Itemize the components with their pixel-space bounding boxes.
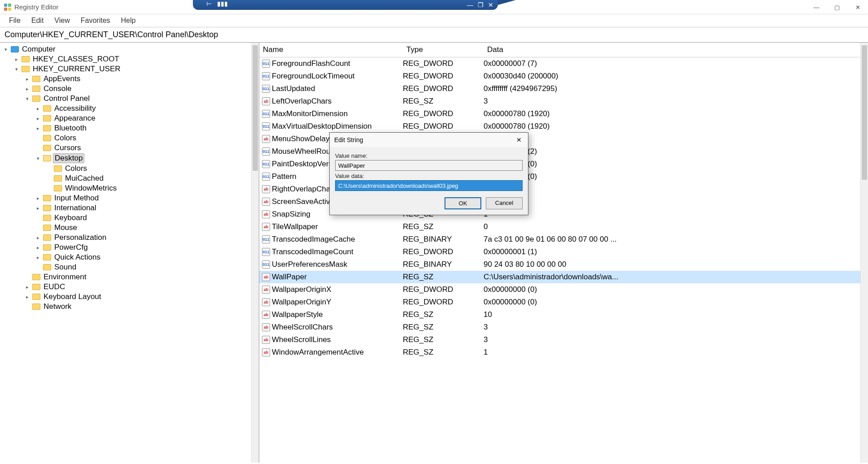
tree-toggle-icon[interactable]: ▾	[35, 156, 41, 161]
tree-item-label[interactable]: MuiCached	[64, 174, 105, 183]
tree-item[interactable]: ▾Desktop	[1, 153, 258, 164]
tree-toggle-icon[interactable]: ▸	[24, 294, 31, 300]
tree-item-label[interactable]: Appearance	[53, 114, 97, 123]
tree-item[interactable]: Keyboard	[1, 213, 258, 223]
list-row[interactable]: 011MaxVirtualDesktopDimensionREG_DWORD0x…	[259, 120, 868, 133]
tree-item-label[interactable]: Input Method	[53, 194, 100, 203]
tree-item[interactable]: Network	[1, 302, 258, 312]
tree-item-label[interactable]: Desktop	[53, 153, 84, 163]
column-header-data[interactable]: Data	[484, 44, 868, 55]
list-row[interactable]: 011ForegroundFlashCountREG_DWORD0x000000…	[259, 57, 868, 70]
tree-item-label[interactable]: Colors	[64, 164, 88, 173]
tree-toggle-icon[interactable]: ▸	[24, 284, 31, 290]
address-bar[interactable]: Computer\HKEY_CURRENT_USER\Control Panel…	[0, 27, 868, 43]
list-scrollbar[interactable]	[860, 43, 868, 463]
tree-item-label[interactable]: Colors	[53, 134, 78, 143]
tree-toggle-icon[interactable]: ▸	[35, 245, 41, 251]
tree-toggle-icon[interactable]: ▾	[3, 47, 9, 52]
tree-item-label[interactable]: Sound	[53, 263, 78, 272]
menu-view[interactable]: View	[49, 16, 75, 26]
tree-toggle-icon[interactable]: ▸	[35, 255, 41, 260]
tree-item[interactable]: ▸Bluetooth	[1, 123, 258, 133]
list-row[interactable]: abWallpaperOriginXREG_DWORD0x00000000 (0…	[259, 283, 868, 296]
tree-item-label[interactable]: Cursors	[53, 143, 83, 152]
list-row[interactable]: abWheelScrollLinesREG_SZ3	[259, 334, 868, 346]
list-row[interactable]: 011ForegroundLockTimeoutREG_DWORD0x00030…	[259, 70, 868, 82]
tree-item-label[interactable]: AppEvents	[42, 74, 82, 83]
tree-item[interactable]: ▸PowerCfg	[1, 243, 258, 252]
list-row[interactable]: 011LastUpdatedREG_DWORD0xffffffff (42949…	[259, 82, 868, 95]
tree-item[interactable]: WindowMetrics	[1, 183, 258, 193]
registry-values-pane[interactable]: Name Type Data 011ForegroundFlashCountRE…	[259, 43, 868, 463]
tree-item-label[interactable]: Control Panel	[42, 94, 91, 103]
tree-toggle-icon[interactable]: ▸	[13, 56, 20, 62]
tree-item-label[interactable]: Keyboard	[53, 213, 88, 222]
menu-favorites[interactable]: Favorites	[75, 16, 116, 26]
tree-item[interactable]: ▸Console	[1, 84, 258, 94]
tree-item[interactable]: Colors	[1, 164, 258, 173]
list-row[interactable]: abWheelScrollCharsREG_SZ3	[259, 321, 868, 334]
tree-item[interactable]: ▸Personalization	[1, 233, 258, 243]
tree-item[interactable]: ▸HKEY_CLASSES_ROOT	[1, 54, 258, 64]
ok-button[interactable]: OK	[445, 197, 481, 209]
tree-toggle-icon[interactable]: ▸	[24, 86, 31, 92]
tree-item-label[interactable]: Environment	[42, 273, 87, 282]
tree-item[interactable]: ▸International	[1, 203, 258, 213]
dialog-titlebar[interactable]: Edit String ✕	[330, 133, 528, 147]
tree-toggle-icon[interactable]: ▸	[35, 106, 41, 112]
tree-item[interactable]: ▾Control Panel	[1, 94, 258, 104]
tree-item[interactable]: Environment	[1, 272, 258, 282]
list-row[interactable]: abLeftOverlapCharsREG_SZ3	[259, 95, 868, 108]
menu-file[interactable]: File	[4, 16, 26, 26]
menu-help[interactable]: Help	[116, 16, 141, 26]
list-row[interactable]: abWindowArrangementActiveREG_SZ1	[259, 346, 868, 359]
tree-item-label[interactable]: Bluetooth	[53, 124, 88, 133]
tree-item-label[interactable]: Network	[42, 302, 73, 311]
tree-item-label[interactable]: Mouse	[53, 223, 79, 232]
tree-item[interactable]: Colors	[1, 133, 258, 143]
tree-item[interactable]: ▾HKEY_CURRENT_USER	[1, 64, 258, 74]
tree-item-label[interactable]: HKEY_CURRENT_USER	[31, 65, 122, 74]
ribbon-minimize-icon[interactable]: —	[467, 1, 473, 9]
tree-item[interactable]: Cursors	[1, 143, 258, 153]
tree-item-label[interactable]: Keyboard Layout	[42, 292, 103, 301]
tree-toggle-icon[interactable]: ▸	[35, 235, 41, 241]
column-header-name[interactable]: Name	[259, 44, 403, 55]
tree-item[interactable]: ▸Appearance	[1, 113, 258, 123]
list-row[interactable]: abWallpaperOriginYREG_DWORD0x00000000 (0…	[259, 296, 868, 308]
tree-item[interactable]: ▾Computer	[1, 44, 258, 54]
tree-toggle-icon[interactable]: ▸	[35, 205, 41, 211]
tree-item[interactable]: ▸EUDC	[1, 282, 258, 292]
ribbon-close-icon[interactable]: ✕	[488, 1, 493, 9]
tree-item[interactable]: Sound	[1, 262, 258, 272]
tree-item-label[interactable]: Accessibility	[53, 104, 97, 113]
list-row[interactable]: 011TranscodedImageCacheREG_BINARY7a c3 0…	[259, 233, 868, 246]
list-row[interactable]: abWallpaperStyleREG_SZ10	[259, 308, 868, 321]
menu-edit[interactable]: Edit	[26, 16, 49, 26]
tree-item[interactable]: ▸Keyboard Layout	[1, 292, 258, 302]
value-name-input[interactable]	[335, 160, 523, 171]
list-row[interactable]: abTileWallpaperREG_SZ0	[259, 221, 868, 233]
window-minimize-button[interactable]: —	[806, 0, 827, 14]
list-row[interactable]: abWallPaperREG_SZC:\Users\administrador\…	[259, 271, 868, 283]
tree-item-label[interactable]: Computer	[21, 45, 57, 54]
cancel-button[interactable]: Cancel	[486, 197, 523, 209]
tree-item-label[interactable]: PowerCfg	[53, 243, 89, 252]
tree-item-label[interactable]: WindowMetrics	[64, 184, 118, 193]
registry-tree-pane[interactable]: ▾Computer▸HKEY_CLASSES_ROOT▾HKEY_CURRENT…	[0, 43, 259, 463]
list-row[interactable]: 011MaxMonitorDimensionREG_DWORD0x0000078…	[259, 108, 868, 120]
value-data-input[interactable]	[335, 180, 523, 191]
tree-item-label[interactable]: HKEY_CLASSES_ROOT	[31, 55, 121, 64]
tree-item-label[interactable]: Quick Actions	[53, 253, 102, 262]
tree-toggle-icon[interactable]: ▾	[24, 96, 31, 102]
tree-toggle-icon[interactable]: ▾	[13, 66, 20, 72]
tree-item[interactable]: MuiCached	[1, 173, 258, 183]
tree-toggle-icon[interactable]: ▸	[35, 116, 41, 121]
dialog-close-button[interactable]: ✕	[515, 135, 523, 144]
ribbon-restore-icon[interactable]: ❐	[478, 1, 484, 9]
list-row[interactable]: 011TranscodedImageCountREG_DWORD0x000000…	[259, 246, 868, 258]
tree-item[interactable]: Mouse	[1, 223, 258, 233]
tree-toggle-icon[interactable]: ▸	[35, 195, 41, 201]
tree-item-label[interactable]: Console	[42, 84, 73, 93]
tree-toggle-icon[interactable]: ▸	[35, 126, 41, 131]
